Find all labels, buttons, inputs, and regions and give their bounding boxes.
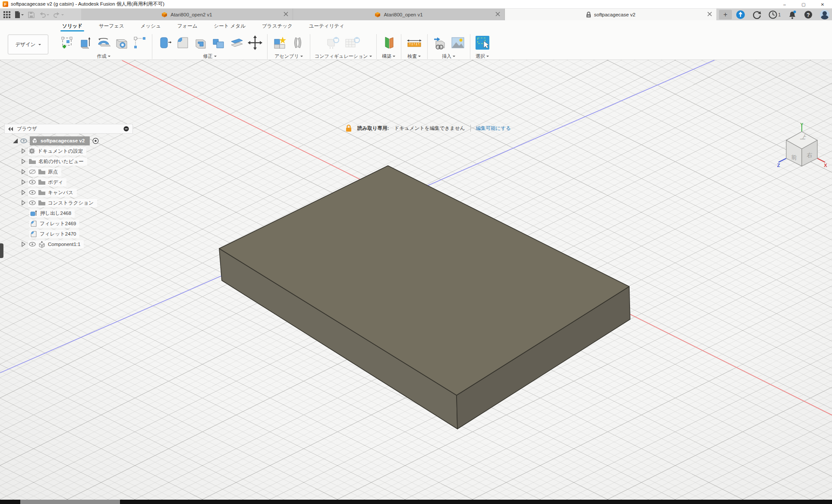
- measure-button[interactable]: [406, 34, 423, 51]
- activate-radio-icon[interactable]: [92, 138, 99, 144]
- close-tab-icon[interactable]: [284, 12, 288, 16]
- help-icon[interactable]: ?: [804, 10, 813, 19]
- group-label-select[interactable]: 選択: [476, 53, 489, 60]
- tree-row-bodies[interactable]: ボディ: [4, 177, 133, 187]
- expand-arrow-icon[interactable]: [22, 180, 25, 185]
- tree-row-fillet-feature-2[interactable]: フィレット2470: [4, 229, 133, 239]
- construction-plane-button[interactable]: [381, 34, 397, 51]
- user-avatar[interactable]: [820, 10, 829, 19]
- redo-button[interactable]: [54, 12, 64, 18]
- visibility-eye-icon[interactable]: [20, 139, 27, 143]
- tab-sheet-metal[interactable]: シート メタル: [212, 22, 248, 32]
- data-panel-grid-icon[interactable]: [3, 11, 10, 18]
- group-label-create[interactable]: 作成: [97, 53, 110, 60]
- undo-button[interactable]: [39, 12, 49, 18]
- document-component-icon: [32, 138, 38, 144]
- view-cube[interactable]: Y Z X 上 前 右: [775, 121, 829, 172]
- tab-utilities[interactable]: ユーティリティ: [307, 22, 346, 32]
- group-label-assemble[interactable]: アセンブリ: [274, 53, 303, 60]
- extensions-icon[interactable]: [753, 10, 761, 19]
- visibility-eye-icon[interactable]: [29, 190, 36, 195]
- tree-row-document-settings[interactable]: ドキュメントの設定: [4, 146, 133, 156]
- expand-collapse-icon[interactable]: [13, 139, 18, 143]
- tab-plastic[interactable]: プラスチック: [260, 22, 294, 32]
- document-tab-atari800-open[interactable]: Atari800_open v1: [293, 9, 505, 20]
- visibility-eye-icon[interactable]: [29, 242, 36, 247]
- save-icon[interactable]: [28, 12, 35, 18]
- file-menu-button[interactable]: [15, 11, 24, 18]
- visibility-off-eye-icon[interactable]: [29, 169, 36, 174]
- close-button[interactable]: ✕: [813, 0, 832, 9]
- group-label-configure[interactable]: コンフィギュレーション: [315, 53, 372, 60]
- group-label-modify[interactable]: 修正: [203, 53, 217, 60]
- model-body[interactable]: [219, 166, 630, 429]
- model-face-top[interactable]: [219, 166, 629, 395]
- tab-form[interactable]: フォーム: [176, 22, 199, 32]
- joint-button[interactable]: [290, 34, 306, 51]
- expand-arrow-icon[interactable]: [22, 200, 25, 205]
- document-tab-softpacagecase[interactable]: softpacagecase v2: [505, 9, 716, 20]
- hole-button[interactable]: [114, 34, 129, 51]
- expand-arrow-icon[interactable]: [22, 242, 25, 247]
- dropdown-caret-icon[interactable]: [61, 14, 64, 17]
- combine-button[interactable]: [211, 34, 227, 51]
- revolve-button[interactable]: [96, 34, 111, 51]
- visibility-eye-icon[interactable]: [29, 180, 36, 185]
- insert-derive-button[interactable]: [432, 34, 448, 51]
- taskbar-segment[interactable]: [20, 500, 120, 504]
- tab-mesh[interactable]: メッシュ: [139, 22, 163, 32]
- tree-row-origin[interactable]: 原点: [4, 167, 133, 177]
- dropdown-caret-icon[interactable]: [47, 14, 49, 17]
- job-history-clock[interactable]: 1: [769, 10, 781, 19]
- tree-row-canvases[interactable]: キャンバス: [4, 187, 133, 198]
- expand-arrow-icon[interactable]: [22, 190, 25, 195]
- configuration-table-button[interactable]: [344, 34, 361, 51]
- job-status-icon[interactable]: [736, 10, 745, 19]
- clock-icon: [769, 10, 777, 19]
- tree-row-construction[interactable]: コンストラクション: [4, 198, 133, 208]
- extrude-button[interactable]: [78, 34, 93, 51]
- tree-row-named-views[interactable]: 名前の付いたビュー: [4, 156, 133, 167]
- offset-face-button[interactable]: [229, 34, 245, 51]
- visibility-eye-icon[interactable]: [29, 200, 36, 205]
- 3d-viewport[interactable]: 読み取り専用: ドキュメントを編集できません 編集可能にする Y Z X 上 前…: [0, 60, 832, 500]
- tree-row-fillet-feature-1[interactable]: フィレット2469: [4, 218, 133, 229]
- new-component-button[interactable]: [272, 34, 287, 51]
- minimize-panel-icon[interactable]: [123, 126, 129, 132]
- select-button[interactable]: [475, 34, 490, 51]
- expand-arrow-icon[interactable]: [22, 148, 25, 154]
- rectangular-pattern-button[interactable]: [132, 34, 148, 51]
- press-pull-button[interactable]: [157, 34, 172, 51]
- move-copy-button[interactable]: [247, 34, 263, 51]
- tree-row-extrude-feature[interactable]: 押し出し2468: [4, 208, 133, 218]
- group-label-inspect[interactable]: 検査: [407, 53, 421, 60]
- create-sketch-button[interactable]: [60, 34, 75, 51]
- canvas-button[interactable]: [450, 34, 466, 51]
- close-tab-icon[interactable]: [707, 12, 712, 16]
- tab-surface[interactable]: サーフェス: [97, 22, 126, 32]
- new-tab-button[interactable]: +: [719, 10, 732, 19]
- configuration-button[interactable]: [325, 34, 341, 51]
- collapse-panel-icon[interactable]: [8, 127, 13, 131]
- notifications-bell-icon[interactable]: [788, 10, 797, 19]
- close-tab-icon[interactable]: [495, 12, 500, 16]
- fillet-button[interactable]: [175, 34, 190, 51]
- workspace-selector[interactable]: デザイン: [8, 35, 48, 54]
- tab-solid[interactable]: ソリッド: [60, 22, 84, 32]
- tree-row-root[interactable]: softpacagecase v2: [4, 135, 133, 146]
- window-title-bar[interactable]: F softpacagecase v2 (g catsin) - Autodes…: [0, 0, 832, 9]
- group-label-insert[interactable]: 挿入: [442, 53, 455, 60]
- browser-header[interactable]: ブラウザ: [4, 124, 133, 134]
- minimize-button[interactable]: –: [775, 0, 794, 9]
- maximize-button[interactable]: ▢: [794, 0, 813, 9]
- document-tab-atari800-open2[interactable]: Atari800_open2 v1: [81, 9, 293, 20]
- make-editable-link[interactable]: 編集可能にする: [476, 125, 511, 132]
- panel-slide-handle[interactable]: [0, 243, 3, 258]
- root-document-pill[interactable]: softpacagecase v2: [30, 136, 90, 145]
- tree-row-component1[interactable]: Component1:1: [4, 239, 133, 249]
- expand-arrow-icon[interactable]: [22, 169, 25, 174]
- shell-button[interactable]: [193, 34, 208, 51]
- group-label-construct[interactable]: 構築: [382, 53, 395, 60]
- expand-arrow-icon[interactable]: [22, 159, 25, 164]
- dropdown-caret-icon[interactable]: [21, 14, 24, 17]
